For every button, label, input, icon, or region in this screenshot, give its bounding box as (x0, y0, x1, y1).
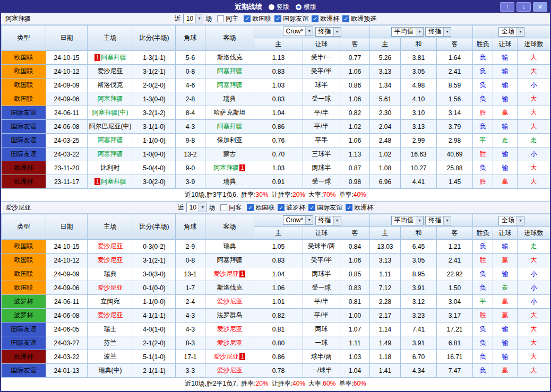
home-odds: 1.04 (254, 267, 303, 281)
home-team: 比利时 (88, 161, 133, 175)
result-outcome: 胜 (473, 147, 493, 161)
home-odds: 0.91 (254, 175, 303, 189)
away-team: 爱沙尼亚 (205, 364, 254, 378)
away-odds: 0.84 (340, 240, 370, 254)
same-venue-checkbox[interactable]: 同客 (220, 203, 242, 212)
match-row: 波罗杯24-06-11立陶宛1-1(0-0)2-4爱沙尼亚1.01平/半0.81… (2, 295, 550, 309)
average-group-header: 平均值▼ 终指▼ (370, 25, 473, 38)
result-handicap: 走 (493, 281, 518, 295)
summary-stat: 大率:70% (308, 190, 335, 199)
competition-badge: 欧国联 (2, 254, 46, 267)
scroll-down-button[interactable]: ↓ (516, 2, 531, 12)
competition-filter-checkbox[interactable]: 欧洲杯 (346, 203, 373, 212)
home-odds: 0.86 (254, 350, 303, 364)
section-header-azerbaijan: 阿塞拜疆 近 10▼ 场 同主 欧国联国际友谊欧洲杯欧洲预选 (1, 13, 550, 25)
match-row: 国际友谊24-06-05瑞士4-0(1-0)4-3爱沙尼亚0.81两球1.071… (2, 323, 550, 336)
scope-select[interactable]: 全场▼ (498, 27, 524, 37)
match-date: 24-06-08 (46, 120, 88, 134)
avg-home-odds: 1.41 (370, 364, 401, 378)
corner-score: 4-3 (176, 323, 205, 336)
avg-draw-odds: 3.91 (401, 281, 437, 295)
filter-games-label: 场 (205, 14, 212, 23)
handicap-line: 平手 (303, 134, 340, 147)
result-handicap: 赢 (493, 364, 518, 378)
score: 3-0(2-0) (133, 175, 176, 189)
average-stage-select[interactable]: 终指▼ (425, 27, 451, 37)
away-odds: 1.06 (340, 65, 370, 79)
competition-filter-checkbox[interactable]: 国际友谊 (308, 203, 342, 212)
corner-score: 17-1 (176, 350, 205, 364)
handicap-line: 球半 (303, 79, 340, 92)
scroll-up-button[interactable]: ↑ (500, 2, 514, 12)
team-label: 瑞典 (223, 95, 236, 102)
same-venue-checkbox[interactable]: 同主 (217, 14, 238, 23)
odds-stage-select[interactable]: 终指▼ (315, 216, 341, 225)
score: 3-1(1-0) (133, 120, 176, 134)
avg-draw-odds: 4.41 (401, 175, 437, 189)
team-label: 波兰 (104, 353, 117, 360)
competition-filter-checkbox[interactable]: 欧国联 (244, 14, 271, 23)
summary-stat: 大率:60% (308, 379, 335, 388)
home-team: 爱沙尼亚 (88, 281, 133, 295)
home-team: 瑞典 (88, 267, 133, 281)
avg-draw-odds: 7.41 (401, 323, 437, 336)
average-select[interactable]: 平均值▼ (391, 27, 424, 37)
select-value: 全场 (502, 216, 514, 225)
average-select[interactable]: 平均值▼ (391, 216, 424, 225)
match-count-select[interactable]: 10▼ (183, 14, 203, 23)
result-handicap: 输 (493, 51, 518, 65)
home-odds: 0.80 (254, 336, 303, 350)
competition-filter-checkbox[interactable]: 欧洲杯 (312, 14, 339, 23)
match-date: 24-10-15 (46, 51, 88, 65)
handicap-line: 受一球 (303, 175, 340, 189)
competition-filter-checkbox[interactable]: 波罗杯 (278, 203, 305, 212)
match-row: 国际友谊24-01-13瑞典(中)2-1(1-1)3-3爱沙尼亚0.78一/球半… (2, 364, 550, 378)
result-handicap: 走 (493, 134, 518, 147)
result-outcome: 负 (473, 364, 493, 378)
score: 0-1(0-0) (133, 281, 176, 295)
subcol-handicap-result: 让球 (493, 38, 518, 51)
avg-draw-odds: 3.81 (401, 51, 437, 65)
checkbox-icon (244, 15, 251, 22)
col-header-date: 日期 (46, 214, 88, 240)
result-handicap: 输 (493, 161, 518, 175)
scope-select[interactable]: 全场▼ (498, 216, 524, 225)
odds-company-select[interactable]: Crow*▼ (283, 27, 314, 36)
col-header-corner: 角球 (176, 25, 205, 51)
away-odds: 1.06 (340, 254, 370, 267)
odds-company-select[interactable]: Crow*▼ (283, 215, 314, 225)
avg-home-odds: 2.28 (370, 295, 401, 309)
scope-group-header: 全场▼ (473, 25, 550, 38)
result-handicap: 赢 (493, 309, 518, 323)
away-odds: 0.85 (340, 267, 370, 281)
away-team: 爱沙尼亚1 (205, 350, 254, 364)
avg-away-odds: 6.81 (437, 336, 473, 350)
layout-radio-vertical[interactable]: 竖版 (269, 3, 289, 12)
avg-home-odds: 1.49 (370, 336, 401, 350)
corner-score: 2-8 (176, 92, 205, 106)
corner-score: 3-9 (176, 175, 205, 189)
match-row: 欧国联24-09-06爱沙尼亚0-1(0-0)1-7斯洛伐克1.06受一球0.8… (2, 281, 550, 295)
subcol-goals-result: 进球数 (518, 227, 550, 240)
layout-radio-horizontal[interactable]: 横版 (296, 3, 316, 12)
away-odds: 1.06 (340, 134, 370, 147)
odds-stage-select[interactable]: 终指▼ (315, 27, 341, 37)
competition-filter-checkbox[interactable]: 国际友谊 (274, 14, 308, 23)
avg-away-odds: 1.45 (437, 175, 473, 189)
away-team: 阿塞拜疆 (205, 65, 254, 79)
competition-filter-checkbox[interactable]: 欧洲预选 (342, 14, 376, 23)
away-odds: 0.86 (340, 79, 370, 92)
match-count-select[interactable]: 10▼ (186, 203, 206, 212)
competition-filter-checkbox[interactable]: 欧国联 (247, 203, 274, 212)
score: 2-1(1-1) (133, 364, 176, 378)
handicap-line: 受一球 (303, 281, 340, 295)
close-button[interactable]: ✕ (533, 2, 547, 12)
match-date: 24-09-06 (46, 92, 88, 106)
match-row: 欧洲杯23-11-20比利时5-0(4-0)9-0阿塞拜疆11.03两球半0.8… (2, 161, 550, 175)
subcol-home-odds: 主 (254, 227, 303, 240)
summary-record: 近10场,胜2平1负7, (185, 379, 238, 388)
chevron-down-icon: ▼ (443, 28, 451, 36)
subcol-avg-away: 客 (437, 227, 473, 240)
checkbox-icon (274, 15, 281, 22)
average-stage-select[interactable]: 终指▼ (425, 216, 451, 225)
